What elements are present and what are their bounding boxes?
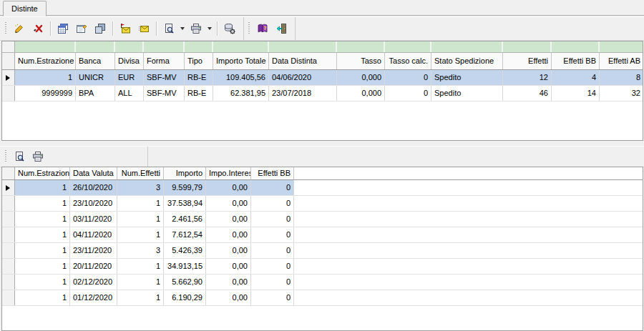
grid-cell[interactable]: 0	[251, 243, 294, 258]
database-options-button[interactable]	[221, 20, 238, 37]
grid-cell[interactable]: 9999999	[15, 86, 76, 101]
column-header[interactable]: Banca	[76, 53, 115, 69]
grid-cell[interactable]: 04/06/2020	[269, 70, 337, 85]
grid-cell[interactable]: 20/11/2020	[70, 259, 117, 274]
grid-cell[interactable]: 14	[552, 86, 600, 101]
table-row[interactable]: 123/11/202035.426,390,000	[2, 243, 643, 259]
grid-cell[interactable]: 6.190,29	[164, 290, 206, 305]
grid-cell[interactable]: 1	[15, 275, 70, 290]
column-header[interactable]: Effetti BB	[251, 167, 294, 179]
column-header[interactable]: Effetti AB	[600, 53, 643, 69]
grid-cell[interactable]: 1	[15, 180, 70, 195]
grid-cell[interactable]: 0,000	[337, 70, 385, 85]
column-header[interactable]: Stato Spedizione	[431, 53, 503, 69]
exit-button[interactable]	[273, 20, 290, 37]
grid-cell[interactable]: 03/11/2020	[70, 212, 117, 227]
grid-cell[interactable]: 1	[117, 196, 164, 211]
help-button[interactable]: ?	[254, 20, 271, 37]
grid-cell[interactable]: Spedito	[431, 86, 503, 101]
grid-cell[interactable]: 46	[503, 86, 552, 101]
grid-cell[interactable]: 02/12/2020	[70, 275, 117, 290]
column-header[interactable]: Tasso calc.	[385, 53, 431, 69]
grid-cell[interactable]: 0	[251, 212, 294, 227]
grid-cell[interactable]: 109.405,56	[213, 70, 269, 85]
grid-cell[interactable]: 2.461,56	[164, 212, 206, 227]
table-row[interactable]: 101/12/202016.190,290,000	[2, 290, 643, 306]
row-indicator[interactable]	[2, 180, 15, 195]
print-preview-dropdown[interactable]	[178, 20, 186, 37]
table-row[interactable]: 1UNICREURSBF-MVRB-E109.405,5604/06/20200…	[2, 70, 643, 86]
row-indicator[interactable]	[2, 290, 15, 305]
grid-cell[interactable]: SBF-MV	[144, 70, 185, 85]
grid-cell[interactable]: 3	[117, 243, 164, 258]
print-preview-button[interactable]	[160, 20, 177, 37]
column-header[interactable]: Data Valuta	[70, 167, 117, 179]
edit-form-button[interactable]	[73, 20, 90, 37]
grid-cell[interactable]: 0	[251, 275, 294, 290]
grid-cell[interactable]: 5.662,90	[164, 275, 206, 290]
grid-cell[interactable]: 1	[15, 70, 76, 85]
grid-cell[interactable]: 0,00	[206, 227, 251, 242]
row-indicator[interactable]	[2, 70, 15, 85]
column-header[interactable]: Tipo	[185, 53, 213, 69]
column-header[interactable]: Num.Effetti	[117, 167, 164, 179]
grid-cell[interactable]: 0,00	[206, 180, 251, 195]
column-header[interactable]: Effetti BB	[552, 53, 600, 69]
grid-cell[interactable]: 37.538,94	[164, 196, 206, 211]
grid-cell[interactable]: 0	[251, 259, 294, 274]
grid-cell[interactable]: 0	[385, 70, 431, 85]
grid-cell[interactable]: UNICR	[76, 70, 115, 85]
grid-cell[interactable]: 1	[117, 259, 164, 274]
grid-cell[interactable]: 1	[117, 275, 164, 290]
grid-cell[interactable]: 0	[251, 290, 294, 305]
grid-cell[interactable]: 23/10/2020	[70, 196, 117, 211]
table-row[interactable]: 126/10/202039.599,790,000	[2, 180, 643, 196]
row-indicator[interactable]	[2, 212, 15, 227]
grid-cell[interactable]: 0	[251, 196, 294, 211]
grid-cell[interactable]: 23/07/2018	[269, 86, 337, 101]
grid-cell[interactable]: 0,00	[206, 275, 251, 290]
grid-cell[interactable]: 8	[600, 70, 643, 85]
grid-cell[interactable]: 1	[15, 259, 70, 274]
grid-cell[interactable]: 0,00	[206, 243, 251, 258]
column-header[interactable]: Impo.Interes	[206, 167, 251, 179]
column-header[interactable]: Divisa	[115, 53, 144, 69]
column-header[interactable]: Tasso	[337, 53, 385, 69]
row-indicator[interactable]	[2, 86, 15, 101]
grid-cell[interactable]: 1	[15, 212, 70, 227]
grid-cell[interactable]: 26/10/2020	[70, 180, 117, 195]
grid-cell[interactable]: 0	[385, 86, 431, 101]
grid-cell[interactable]: 1	[15, 243, 70, 258]
column-header[interactable]: Data Distinta	[269, 53, 337, 69]
row-indicator[interactable]	[2, 196, 15, 211]
table-row[interactable]: 9999999BPAALLSBF-MVRB-E62.381,9523/07/20…	[2, 86, 643, 102]
grid-cell[interactable]: EUR	[115, 70, 144, 85]
row-indicator[interactable]	[2, 259, 15, 274]
grid-cell[interactable]: 34.913,15	[164, 259, 206, 274]
grid-cell[interactable]: 9.599,79	[164, 180, 206, 195]
row-indicator[interactable]	[2, 243, 15, 258]
send-mail-button[interactable]	[117, 20, 134, 37]
lower-print-button[interactable]	[29, 148, 47, 165]
copy-button[interactable]	[92, 20, 109, 37]
print-button[interactable]	[187, 20, 205, 37]
table-row[interactable]: 104/11/202017.612,540,000	[2, 227, 643, 243]
column-header[interactable]: Num.Estrazione	[15, 53, 76, 69]
grid-cell[interactable]: RB-E	[185, 70, 213, 85]
grid-cell[interactable]: 32	[600, 86, 643, 101]
grid-cell[interactable]: 62.381,95	[213, 86, 269, 101]
grid-cell[interactable]: 0,00	[206, 290, 251, 305]
column-header[interactable]: Num.Estrazione	[15, 167, 70, 179]
row-indicator[interactable]	[2, 227, 15, 242]
grid-cell[interactable]: 5.426,39	[164, 243, 206, 258]
edit-button[interactable]	[11, 20, 28, 37]
grid-cell[interactable]: 1	[117, 212, 164, 227]
grid-cell[interactable]: 0,000	[337, 86, 385, 101]
grid-cell[interactable]: 23/11/2020	[70, 243, 117, 258]
column-header[interactable]: Importo	[164, 167, 206, 179]
tables-button[interactable]	[54, 20, 72, 37]
grid-cell[interactable]: 0	[251, 180, 294, 195]
grid-cell[interactable]: 0	[251, 227, 294, 242]
grid-cell[interactable]: SBF-MV	[144, 86, 185, 101]
table-row[interactable]: 103/11/202012.461,560,000	[2, 212, 643, 227]
